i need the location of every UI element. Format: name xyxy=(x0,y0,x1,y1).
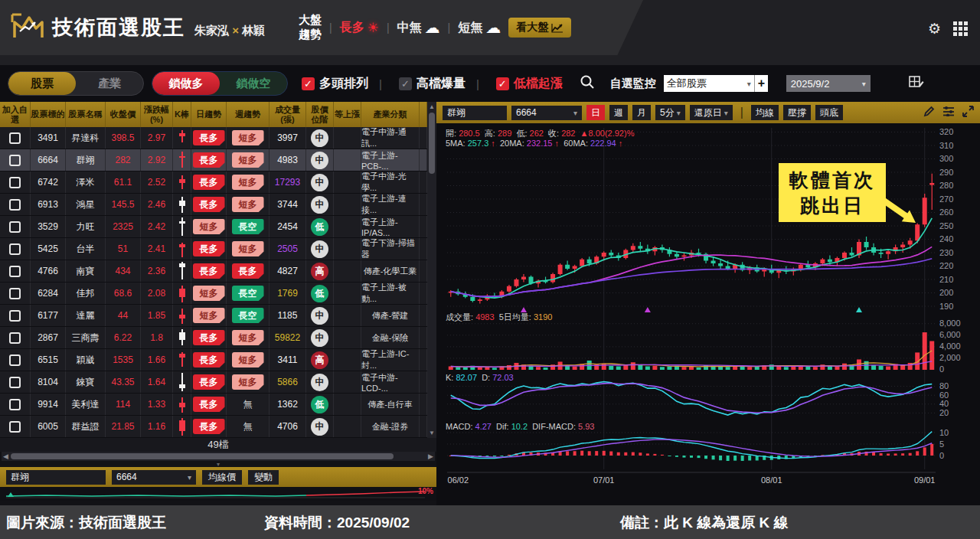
toggle-lock-short[interactable]: 鎖做空 xyxy=(220,72,287,95)
vertical-scrollbar[interactable]: ▲ ▼ xyxy=(427,102,436,438)
table-row[interactable]: 6515穎崴15351.66長多短多3411高電子上游-IC-封... xyxy=(0,349,427,371)
date-select[interactable]: 2025/9/2▾ xyxy=(786,75,871,92)
column-header[interactable]: 產業分類 xyxy=(361,102,420,127)
mini-stock-name[interactable]: 群翊 xyxy=(6,470,106,485)
long-short-toggle[interactable]: 鎖做多 鎖做空 xyxy=(152,71,288,96)
column-header[interactable]: 週趨勢 xyxy=(227,102,270,127)
add-watch-checkbox[interactable] xyxy=(9,199,21,211)
toggle-lock-long[interactable]: 鎖做多 xyxy=(152,72,220,95)
change-button[interactable]: 變動 xyxy=(248,470,279,485)
support-resist-button[interactable]: 壓撐 xyxy=(783,105,811,120)
add-watch-checkbox[interactable] xyxy=(9,155,21,166)
day-trend-badge: 長多 xyxy=(193,397,225,412)
column-header[interactable]: 等上漲 xyxy=(334,102,361,127)
minute-select[interactable]: 5分▾ xyxy=(655,105,685,120)
stock-name: 鴻星 xyxy=(77,198,95,211)
kline-chart[interactable]: 3203103002902802702602502402302202102001… xyxy=(436,123,980,505)
toggle-industry[interactable]: 產業 xyxy=(76,72,143,95)
column-header[interactable]: 股票名稱 xyxy=(66,102,106,127)
column-header[interactable]: 日趨勢 xyxy=(191,102,227,127)
column-header[interactable]: 成交量 (張) xyxy=(270,102,306,127)
table-row[interactable]: 9914美利達1141.33長多無1362低傳產-自行車 xyxy=(0,394,427,416)
draw-pencil-icon[interactable] xyxy=(923,106,935,120)
checkbox-low-rise[interactable]: ✓ 低檔起漲 xyxy=(496,76,563,92)
ma-legend: 5MA: 257.3 ↑ 20MA: 232.15 ↑ 60MA: 222.94… xyxy=(446,139,622,148)
market-trend-label: 大盤 趨勢 xyxy=(299,13,322,42)
add-watch-checkbox[interactable] xyxy=(9,377,21,388)
table-row[interactable]: 4766南寶4342.36長多長多4827高傳產-化學工業 xyxy=(0,260,427,283)
add-watch-checkbox[interactable] xyxy=(9,243,21,255)
table-row[interactable]: 6005群益證21.851.16長多無4706中金融-證券 xyxy=(0,416,427,438)
toggle-stock[interactable]: 股票 xyxy=(8,72,76,95)
period-month-button[interactable]: 月 xyxy=(632,105,651,120)
indicator-settings-icon[interactable] xyxy=(942,106,955,119)
add-watch-checkbox[interactable] xyxy=(9,399,21,410)
table-row[interactable]: 6664群翊2822.92長多短多4983中電子上游-PCB-... xyxy=(0,149,427,172)
mini-stock-code-select[interactable]: 6664▾ xyxy=(112,470,196,485)
chart-stock-code-select[interactable]: 6664▾ xyxy=(511,106,582,120)
table-row[interactable]: 2867三商壽6.221.8長多短多59822中金融-保險 xyxy=(0,327,427,349)
checkbox-high-volume[interactable]: ✓ 高檔爆量 xyxy=(399,76,466,92)
close-price: 1535 xyxy=(113,354,133,365)
search-icon[interactable] xyxy=(580,74,595,93)
checkbox-checked-icon[interactable]: ✓ xyxy=(496,77,509,90)
table-row[interactable]: 8104錸寶43.351.64長多短多5866中電子中游-LCD-... xyxy=(0,371,427,394)
stock-name: 群翊 xyxy=(77,154,95,167)
trend-short: 短無 ☁ xyxy=(458,18,501,37)
add-watch-checkbox[interactable] xyxy=(9,332,21,344)
column-header[interactable]: 加入自選 xyxy=(0,102,31,127)
stock-code: 6742 xyxy=(38,177,58,188)
add-watch-checkbox[interactable] xyxy=(9,288,21,299)
add-watchlist-button[interactable]: + xyxy=(754,75,768,92)
table-row[interactable]: 3529力旺23252.42短多長空2454低電子上游-IP/AS... xyxy=(0,216,427,238)
checkbox-bull-alignment[interactable]: ✓ 多頭排列 xyxy=(302,76,368,92)
table-row[interactable]: 6913鴻星145.52.46長多短多3744中電子上游-連接... xyxy=(0,194,427,216)
add-watch-checkbox[interactable] xyxy=(9,132,21,144)
table-row[interactable]: 3491昇達科398.52.97長多短多3997中電子中游-通訊... xyxy=(0,127,427,149)
ma-tool-button[interactable]: 均線 xyxy=(751,105,779,120)
column-header[interactable] xyxy=(420,102,427,127)
checkbox-checked-icon[interactable]: ✓ xyxy=(302,77,315,90)
apps-grid-icon[interactable] xyxy=(953,21,968,36)
top-bottom-button[interactable]: 頭底 xyxy=(815,105,843,120)
ma-price-button[interactable]: 均線價 xyxy=(202,470,242,485)
add-watch-checkbox[interactable] xyxy=(9,177,21,188)
stock-industry-toggle[interactable]: 股票 產業 xyxy=(8,71,144,96)
edit-table-icon[interactable] xyxy=(909,75,924,92)
table-row[interactable]: 5425台半512.41長多短多2505中電子下游-掃描器 xyxy=(0,238,427,260)
table-row[interactable]: 6177達麗441.85短多長空1185中傳產-營建 xyxy=(0,305,427,327)
period-week-button[interactable]: 週 xyxy=(609,105,628,120)
horizontal-scrollbar[interactable]: ◀▶ xyxy=(2,452,435,461)
add-watch-checkbox[interactable] xyxy=(9,354,21,366)
chart-stock-name[interactable]: 群翊 xyxy=(443,106,507,120)
view-market-button[interactable]: 看大盤 xyxy=(508,18,571,38)
column-header[interactable]: 股票標的 xyxy=(31,102,66,127)
column-header[interactable]: K棒 xyxy=(173,102,191,127)
fullscreen-icon[interactable] xyxy=(962,106,974,120)
checkbox-unchecked-icon[interactable]: ✓ xyxy=(399,77,412,90)
add-watch-checkbox[interactable] xyxy=(9,266,21,277)
add-watch-checkbox[interactable] xyxy=(9,421,21,433)
restore-mode-select[interactable]: 還原日▾ xyxy=(690,105,733,120)
period-day-button[interactable]: 日 xyxy=(586,105,605,120)
table-row[interactable]: 6284佳邦68.62.08短多長空1769低電子上游-被動... xyxy=(0,283,427,305)
gear-icon[interactable]: ⚙ xyxy=(928,20,941,38)
add-watch-checkbox[interactable] xyxy=(9,310,21,322)
svg-text:40: 40 xyxy=(939,399,949,408)
add-watch-checkbox[interactable] xyxy=(9,221,21,233)
table-row[interactable]: 6742澤米61.12.52長多短多17293中電子中游-光學... xyxy=(0,172,427,194)
week-trend-badge: 短多 xyxy=(232,374,264,390)
svg-text:200: 200 xyxy=(939,288,953,297)
stock-code: 8104 xyxy=(38,377,58,387)
pct-change: 1.85 xyxy=(148,310,165,321)
stock-name: 群益證 xyxy=(72,420,100,433)
column-header[interactable]: 收盤價 xyxy=(106,102,141,127)
svg-text:190: 190 xyxy=(939,302,953,311)
svg-text:4,000: 4,000 xyxy=(939,341,961,351)
trend-mid: 中無 ☁ xyxy=(397,18,440,37)
watchlist-select[interactable]: 全部股票▾ xyxy=(664,75,754,92)
column-header[interactable]: 漲跌幅 (%) xyxy=(141,102,173,127)
stock-code: 5425 xyxy=(38,243,58,254)
column-header[interactable]: 股價 位階 xyxy=(306,102,334,127)
price-level-badge: 中 xyxy=(311,152,328,169)
